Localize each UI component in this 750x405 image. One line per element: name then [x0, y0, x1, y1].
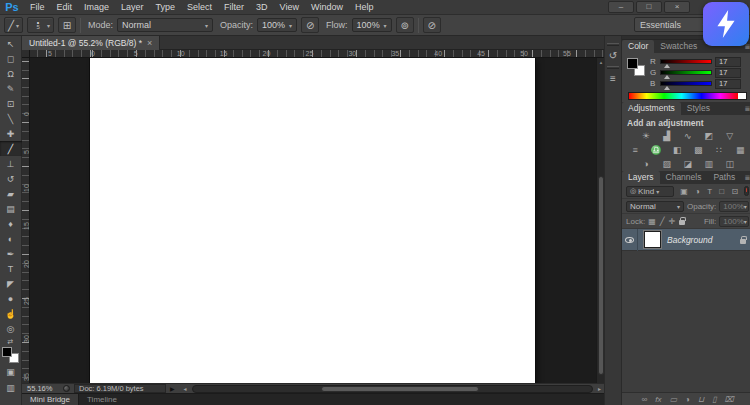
lock-pixels-icon[interactable]: ╱	[660, 217, 665, 226]
status-flyout-icon[interactable]: ▶	[170, 385, 175, 392]
restore-button[interactable]: □	[636, 1, 662, 13]
layer-filter-icon[interactable]: □	[719, 187, 724, 196]
adjustment-icon[interactable]: ◪	[681, 158, 695, 170]
tool-button[interactable]: ✚	[0, 126, 22, 141]
tool-button[interactable]: ◻	[0, 51, 22, 66]
layers-footer-icon[interactable]: ◑	[685, 395, 690, 404]
filter-toggle-switch[interactable]	[744, 186, 749, 196]
layer-filter-icon[interactable]: T	[707, 187, 712, 196]
adjustment-icon[interactable]: ≡	[628, 144, 642, 156]
menu-item[interactable]: Edit	[51, 0, 79, 15]
tool-button[interactable]: ◐	[0, 231, 22, 246]
adjustment-icon[interactable]: ◩	[702, 130, 716, 142]
bottom-panel-tab[interactable]: Timeline	[79, 394, 125, 405]
tool-button[interactable]: ✎	[0, 81, 22, 96]
scroll-right-icon[interactable]: ▸	[595, 385, 604, 392]
adjustment-icon[interactable]: ▽	[723, 130, 737, 142]
swap-colors-icon[interactable]: ⇄	[8, 338, 14, 346]
quick-mask-button[interactable]: ▣	[0, 364, 22, 379]
tab-styles[interactable]: Styles	[681, 102, 716, 115]
lock-transparency-icon[interactable]: ▦	[648, 217, 656, 226]
tool-button[interactable]: ♦	[0, 216, 22, 231]
tool-button[interactable]: ↺	[0, 171, 22, 186]
foreground-background-swatches[interactable]	[2, 347, 19, 363]
foreground-color-swatch[interactable]	[2, 347, 12, 357]
toggle-brush-panel-button[interactable]: ⊞	[58, 17, 76, 33]
adjustment-icon[interactable]: ☀	[639, 130, 653, 142]
menu-item[interactable]: Layer	[115, 0, 150, 15]
layers-footer-icon[interactable]: ▭	[670, 395, 678, 404]
bottom-panel-tab[interactable]: Mini Bridge	[22, 394, 79, 405]
foreground-color-swatch[interactable]	[627, 58, 638, 69]
tool-button[interactable]: ⊡	[0, 96, 22, 111]
tool-button[interactable]: ▤	[0, 201, 22, 216]
adjustment-icon[interactable]: ∿	[681, 130, 695, 142]
brush-preset-picker[interactable]: • 5 ▾	[27, 17, 54, 33]
properties-panel-button[interactable]: ≡	[605, 71, 621, 86]
slider-thumb[interactable]	[664, 64, 670, 68]
tool-button[interactable]: Ω	[0, 66, 22, 81]
tool-button[interactable]: ╲	[0, 111, 22, 126]
zoom-level-field[interactable]: 55.16%	[27, 384, 59, 393]
adjustment-icon[interactable]: ▟	[660, 130, 674, 142]
adjustment-icon[interactable]: ♎	[649, 144, 663, 156]
menu-item[interactable]: Window	[305, 0, 349, 15]
opacity-select[interactable]: 100% ▾	[257, 18, 297, 32]
blue-slider[interactable]	[660, 81, 712, 86]
tool-button[interactable]: ╱	[0, 141, 22, 156]
menu-item[interactable]: Image	[78, 0, 115, 15]
ruler-origin-corner[interactable]	[22, 50, 30, 58]
adjustment-icon[interactable]: ◑	[639, 158, 653, 170]
layers-footer-icon[interactable]: ⊔	[698, 395, 704, 404]
layer-filter-icon[interactable]: ⊡	[731, 187, 738, 196]
menu-item[interactable]: Type	[150, 0, 182, 15]
menu-item[interactable]: Help	[349, 0, 380, 15]
minimize-button[interactable]: –	[608, 1, 634, 13]
layer-visibility-toggle[interactable]	[622, 229, 638, 251]
airbrush-button[interactable]: ⊚	[396, 17, 414, 33]
green-slider[interactable]	[660, 70, 712, 75]
filter-kind-select[interactable]: ◎ Kind ▾	[626, 186, 674, 197]
slider-thumb[interactable]	[664, 75, 670, 79]
tool-button[interactable]: ◎	[0, 321, 22, 336]
workspace-switcher[interactable]: Essentials ▾	[634, 17, 712, 32]
layers-footer-icon[interactable]: ∞	[642, 395, 648, 404]
blend-mode-select[interactable]: Normal ▾	[117, 18, 213, 32]
layer-fill-select[interactable]: 100% ▾	[719, 216, 749, 227]
menu-item[interactable]: Filter	[218, 0, 250, 15]
pressure-opacity-button[interactable]: ⊘	[301, 17, 319, 33]
lock-all-icon[interactable]	[679, 220, 685, 225]
panel-grip[interactable]	[607, 43, 619, 46]
tool-button[interactable]: ◤	[0, 276, 22, 291]
horizontal-scroll-thumb[interactable]	[321, 386, 479, 392]
slider-thumb[interactable]	[664, 86, 670, 90]
tab-swatches[interactable]: Swatches	[654, 40, 703, 53]
red-slider[interactable]	[660, 59, 712, 64]
history-panel-button[interactable]: ↺	[605, 48, 621, 63]
tool-button[interactable]: ☝	[0, 306, 22, 321]
color-spectrum-ramp[interactable]	[628, 92, 747, 100]
layer-thumbnail[interactable]	[644, 231, 661, 248]
layers-footer-icon[interactable]: fx	[655, 395, 661, 404]
flow-select[interactable]: 100% ▾	[352, 18, 392, 32]
tab-close-icon[interactable]: ×	[147, 38, 152, 48]
layer-opacity-select[interactable]: 100% ▾	[719, 201, 749, 212]
panel-menu-icon[interactable]: ≣	[744, 102, 750, 115]
layer-row-background[interactable]: Background	[622, 229, 750, 251]
layers-footer-icon[interactable]: ▯	[712, 395, 716, 404]
panel-grip[interactable]	[607, 66, 619, 69]
lock-position-icon[interactable]: ✛	[669, 217, 676, 226]
horizontal-scrollbar[interactable]	[192, 385, 593, 393]
canvas[interactable]	[90, 58, 535, 383]
adjustment-icon[interactable]: ▩	[691, 144, 705, 156]
tab-color[interactable]: Color	[622, 40, 654, 53]
menu-item[interactable]: 3D	[250, 0, 274, 15]
layer-filter-icon[interactable]: ◑	[695, 187, 700, 196]
menu-item[interactable]: File	[24, 0, 51, 15]
document-tab[interactable]: Untitled-1 @ 55.2% (RGB/8) * ×	[22, 36, 160, 50]
adjustment-icon[interactable]: ▥	[702, 158, 716, 170]
adjustment-icon[interactable]: ◧	[670, 144, 684, 156]
blue-value-field[interactable]: 17	[715, 79, 741, 89]
tool-preset-picker[interactable]: ╱ ▾	[4, 17, 23, 33]
vertical-scrollbar[interactable]: ▴	[596, 58, 604, 383]
